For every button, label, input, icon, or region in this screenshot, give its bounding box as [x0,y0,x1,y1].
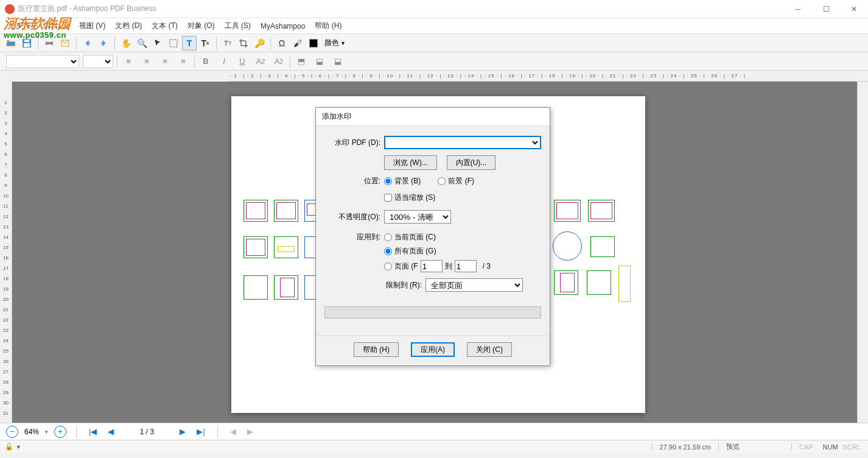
scrl-indicator: SCRL [841,443,863,451]
menu-edit[interactable]: 编辑 (E) [40,19,73,32]
italic-icon[interactable]: I [217,54,231,69]
limit-select[interactable]: 全部页面 [425,278,523,292]
vertical-scrollbar[interactable] [857,82,868,423]
apply-button[interactable]: 应用(A) [411,342,455,357]
page-number-input[interactable] [122,428,171,436]
align-left-icon[interactable]: ≡ [121,54,136,69]
close-dialog-button[interactable]: 关闭 (C) [467,342,512,357]
menubar: 文件 (F) 编辑 (E) 视图 (V) 文档 (D) 文本 (T) 对象 (O… [0,18,868,34]
help-button[interactable]: 帮助 (H) [354,342,399,357]
statusbar: 🔓 ▾ 27.90 x 21.59 cm 预览 CAP NUM SCRL [0,440,868,453]
zoom-in-button[interactable]: + [54,426,66,438]
page-range-radio[interactable] [384,262,392,270]
position-label: 位置: [324,176,380,186]
pointer-icon[interactable] [150,36,165,51]
titlebar: 医疗室立面.pdf - Ashampoo PDF Business ─ ☐ ✕ [0,0,868,18]
close-button[interactable]: ✕ [840,0,868,18]
next-page-button[interactable]: ▶ [177,427,188,436]
zoom-out-button[interactable]: − [6,426,18,438]
color-label: 颜色 [324,38,339,48]
limit-label: 限制到 (R): [324,280,422,291]
text-edit-icon[interactable]: T± [198,36,212,51]
preview-mode: 预览 [718,442,791,451]
underline-icon[interactable]: U [235,54,250,69]
bottom-nav: − 64% ▾ + |◀ ◀ ▶ ▶| ◀ ▶ [0,423,868,440]
svg-rect-2 [24,43,30,47]
email-icon[interactable] [58,36,72,51]
prev-page-button[interactable]: ◀ [105,427,116,436]
snapshot-icon[interactable] [166,36,181,51]
superscript-icon[interactable]: A2 [253,54,268,69]
bold-icon[interactable]: B [198,54,213,69]
scale-checkbox[interactable] [384,194,392,202]
cap-indicator: CAP [791,443,821,451]
svg-rect-1 [24,40,29,42]
text-select-icon[interactable]: T [182,36,197,51]
app-icon [5,4,15,14]
watermark-pdf-select[interactable] [384,136,541,149]
crop-icon[interactable] [236,36,251,51]
ruler-vertical: 1234567891011121314151617181920212223242… [0,82,12,423]
print-icon[interactable] [42,36,57,51]
builtin-button[interactable]: 内置(U)... [447,155,496,170]
last-page-button[interactable]: ▶| [194,427,207,436]
current-page-radio[interactable] [384,233,392,241]
zoom-icon[interactable]: 🔍 [135,36,149,51]
text-char-icon[interactable]: T? [220,36,235,51]
subscript-icon[interactable]: A2 [271,54,286,69]
font-size-select[interactable] [83,55,113,68]
align-right-icon[interactable]: ≡ [158,54,172,69]
undo-icon[interactable] [80,36,95,51]
history-forward-button[interactable]: ▶ [245,427,256,436]
menu-text[interactable]: 文本 (T) [148,19,181,32]
page-from-input[interactable] [421,260,443,272]
menu-view[interactable]: 视图 (V) [75,19,109,32]
menu-document[interactable]: 文档 (D) [111,19,145,32]
all-pages-radio[interactable] [384,247,392,255]
menu-object[interactable]: 对象 (O) [184,19,219,32]
page-to-input[interactable] [455,260,477,272]
browse-button[interactable]: 浏览 (W)... [384,155,437,170]
valign-top-icon[interactable]: ⬒ [294,54,309,69]
save-icon[interactable] [19,36,34,51]
menu-tools[interactable]: 工具 (S) [221,19,254,32]
align-justify-icon[interactable]: ≡ [176,54,191,69]
lock-status-icon: 🔓 [5,443,13,451]
align-center-icon[interactable]: ≡ [139,54,154,69]
opacity-select[interactable]: 100% - 清晰 [384,210,451,224]
apply-to-label: 应用到: [324,232,380,242]
menu-file[interactable]: 文件 (F) [4,19,37,32]
num-indicator: NUM [821,443,841,451]
menu-myashampoo[interactable]: MyAshampoo [257,21,309,32]
hand-icon[interactable]: ✋ [119,36,133,51]
window-title: 医疗室立面.pdf - Ashampoo PDF Business [18,4,156,14]
lock-icon[interactable]: 🔑 [252,36,267,51]
omega-icon[interactable]: Ω [275,36,289,51]
svg-rect-7 [170,40,177,47]
opacity-label: 不透明度(O): [324,212,380,222]
page-dimensions: 27.90 x 21.59 cm [652,443,718,451]
color-swatch[interactable] [306,36,321,51]
dialog-title: 添加水印 [316,108,550,126]
pdf-label: 水印 PDF (D): [324,138,380,148]
svg-rect-5 [47,44,52,47]
open-icon[interactable] [4,36,18,51]
redo-icon[interactable] [96,36,111,51]
maximize-button[interactable]: ☐ [812,0,840,18]
progress-bar [324,306,541,319]
svg-rect-4 [47,40,52,42]
valign-middle-icon[interactable]: ⬓ [312,54,327,69]
first-page-button[interactable]: |◀ [86,427,99,436]
background-radio[interactable] [384,177,392,185]
main-toolbar: ✋ 🔍 T T± T? 🔑 Ω 🖌 颜色 ▾ [0,34,868,52]
minimize-button[interactable]: ─ [784,0,812,18]
format-toolbar: ≡ ≡ ≡ ≡ B I U A2 A2 ⬒ ⬓ ⬓ [0,52,868,71]
history-back-button[interactable]: ◀ [228,427,239,436]
valign-bottom-icon[interactable]: ⬓ [331,54,345,69]
font-family-select[interactable] [6,55,79,68]
watermark-dialog: 添加水印 水印 PDF (D): 浏览 (W)... 内置(U)... 位置: … [315,107,550,366]
ruler-horizontal: · 1 · | · 2 · | · 3 · | · 4 · | · 5 · | … [230,71,868,82]
brush-icon[interactable]: 🖌 [290,36,305,51]
foreground-radio[interactable] [438,177,446,185]
menu-help[interactable]: 帮助 (H) [311,19,345,32]
